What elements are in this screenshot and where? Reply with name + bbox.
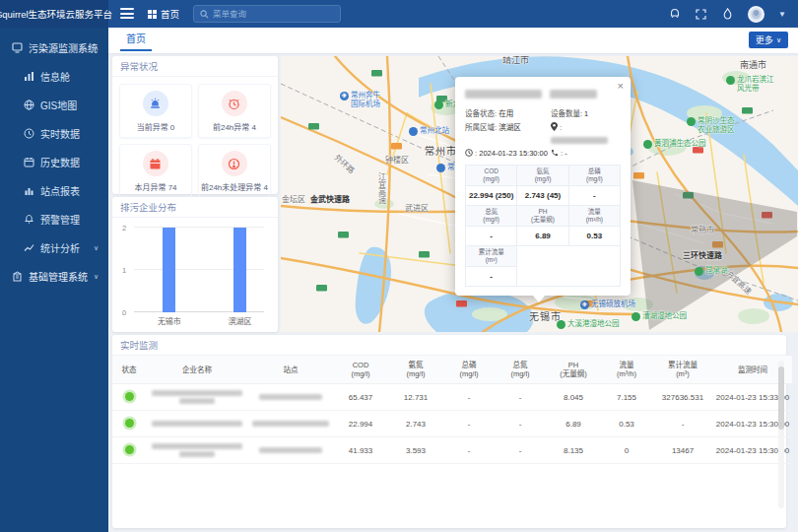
cell-value: 8.045 (546, 384, 601, 411)
cell-value: 65.437 (333, 384, 388, 411)
sidebar-item-info-cabin[interactable]: 信息舱 (0, 62, 108, 91)
stat-current-anomaly[interactable]: 当前异常 0 (119, 84, 192, 138)
station-popup: × 设备状态: 在用 设备数量: 1 所属区域: 滨湖区 : : 2024-01… (455, 77, 631, 296)
warning-icon (222, 151, 247, 176)
cell-value: 0 (601, 437, 652, 464)
company-name-redacted (146, 384, 248, 411)
status-dot (125, 392, 134, 401)
stat-label: 前24h异常 4 (213, 121, 256, 132)
sidebar-label: 统计分析 (40, 240, 80, 255)
clock-icon (465, 149, 473, 157)
popup-metrics-table: COD(mg/l) 氨氮(mg/l) 总磷(mg/l) 22.994 (250)… (465, 165, 621, 287)
fullscreen-icon[interactable] (695, 8, 707, 21)
tabbar: 首页 更多 ∨ (108, 28, 798, 53)
sidebar-item-pollution-system[interactable]: 污染源监测系统 ∧ (0, 33, 108, 62)
sidebar-item-station-report[interactable]: 站点报表 (0, 176, 108, 205)
stat-24h-anomaly[interactable]: 前24h异常 4 (198, 84, 271, 138)
monitor-table-header: 状态企业名称站点COD(mg/l)氨氮(mg/l)总磷(mg/l)总氮(mg/l… (112, 356, 792, 384)
user-chevron-down-icon[interactable]: ▼ (778, 10, 786, 19)
station-name-redacted (465, 85, 621, 102)
sidebar-item-base-system[interactable]: 基础管理系统 ∨ (0, 262, 108, 291)
cell-value: - (443, 384, 495, 411)
home-grid-icon (148, 10, 157, 19)
cell-value: - (495, 437, 546, 464)
cell-value: 0.53 (601, 411, 652, 437)
sidebar-item-alert-management[interactable]: 预警管理 (0, 205, 108, 233)
column-header: COD(mg/l) (333, 356, 388, 384)
anomaly-panel: 异常状况 当前异常 0 前24h异常 4 本月异常 74 (112, 56, 278, 194)
sidebar-label: 历史数据 (40, 155, 80, 169)
column-header: 流量(m³/h) (601, 356, 652, 384)
realtime-monitor-panel: 实时监测 状态企业名称站点COD(mg/l)氨氮(mg/l)总磷(mg/l)总氮… (112, 335, 786, 528)
phone: : - (551, 148, 621, 160)
bar-滨湖区 (233, 228, 246, 312)
calendar-icon (143, 151, 168, 176)
device-status: 设备状态: 在用 (465, 108, 551, 120)
menu-toggle-icon[interactable] (120, 8, 134, 20)
sidebar-label: 污染源监测系统 (29, 40, 98, 55)
sidebar-label: 实时数据 (40, 126, 80, 141)
sidebar-item-gis-map[interactable]: GIS地图 (0, 91, 108, 119)
tab-home[interactable]: 首页 (120, 28, 152, 51)
column-header: 氨氮(mg/l) (388, 356, 443, 384)
company-name-redacted (146, 411, 248, 437)
flame-icon[interactable] (721, 8, 734, 21)
column-header: 总氮(mg/l) (495, 356, 546, 384)
stat-label: 本月异常 74 (134, 181, 176, 192)
chevron-up-icon: ∧ (94, 44, 99, 52)
monitor-table: 状态企业名称站点COD(mg/l)氨氮(mg/l)总磷(mg/l)总氮(mg/l… (112, 356, 792, 464)
sidebar-item-statistics[interactable]: 统计分析 ∨ (0, 233, 108, 262)
region: 所属区域: 滨湖区 (465, 122, 551, 146)
cell-value: - (443, 411, 495, 437)
bar-chart: 012 (134, 228, 270, 312)
monitor-time: : 2024-01-23 15:30:00 (465, 148, 551, 160)
y-tick-label: 1 (122, 266, 126, 275)
app-window: Squirrel生态环境云服务平台 首页 ▼ 污染源监测 (0, 0, 798, 532)
anomaly-panel-title: 异常状况 (112, 56, 278, 77)
bar-chart-xlabels: 无锡市滨湖区 (134, 315, 270, 327)
site-name-redacted (248, 437, 333, 464)
scrollbar-thumb[interactable] (778, 366, 784, 430)
company-name-redacted (146, 437, 248, 464)
menu-search[interactable] (193, 5, 341, 23)
stat-unhandled-anomaly[interactable]: 前24h未处理异常 4 (198, 144, 271, 198)
sidebar-item-realtime-data[interactable]: 实时数据 (0, 119, 108, 148)
search-input[interactable] (213, 9, 334, 19)
more-button[interactable]: 更多 ∨ (749, 32, 788, 48)
status-dot (125, 419, 134, 428)
cell-value: 2.743 (388, 411, 443, 437)
column-header: 状态 (112, 356, 146, 384)
cell-value: 12.731 (388, 384, 443, 411)
more-label: 更多 (756, 33, 773, 46)
realtime-monitor-title: 实时监测 (112, 335, 786, 356)
cell-value: 6.89 (546, 411, 601, 437)
y-tick-label: 2 (122, 224, 126, 233)
scrollbar-track[interactable] (778, 361, 784, 508)
status-dot (125, 445, 134, 454)
column-header: 企业名称 (146, 356, 248, 384)
site-name-redacted (248, 411, 333, 437)
cell-value: - (495, 411, 546, 437)
chevron-down-icon: ∨ (94, 273, 99, 281)
alarm-bell-icon[interactable] (668, 8, 681, 21)
close-icon[interactable]: × (618, 81, 624, 92)
column-header: PH(无量纲) (546, 356, 601, 384)
sidebar: 污染源监测系统 ∧ 信息舱 GIS地图 实时数据 历史数据 站点报表 预警管理 (0, 28, 108, 532)
distribution-title: 排污企业分布 (112, 197, 278, 218)
phone-icon (551, 149, 559, 157)
chevron-down-icon: ∨ (94, 244, 99, 252)
nav-home[interactable]: 首页 (148, 0, 179, 28)
avatar[interactable] (748, 6, 765, 23)
sidebar-item-history-data[interactable]: 历史数据 (0, 148, 108, 176)
nav-home-label: 首页 (161, 7, 179, 21)
table-row[interactable]: 65.43712.731--8.0457.155327636.5312024-0… (112, 384, 792, 411)
sidebar-label: 基础管理系统 (29, 269, 88, 284)
bar-无锡市 (163, 228, 175, 312)
column-header: 站点 (248, 356, 333, 384)
table-row[interactable]: 41.9333.593--8.1350134672024-01-23 15:30… (112, 437, 792, 464)
monitor-tbody: 65.43712.731--8.0457.155327636.5312024-0… (112, 384, 792, 464)
stat-month-anomaly[interactable]: 本月异常 74 (119, 144, 192, 198)
column-header: 总磷(mg/l) (443, 356, 495, 384)
table-row[interactable]: 22.9942.743--6.890.53-2024-01-23 15:30:0… (112, 411, 792, 437)
cell-value: 7.155 (601, 384, 652, 411)
